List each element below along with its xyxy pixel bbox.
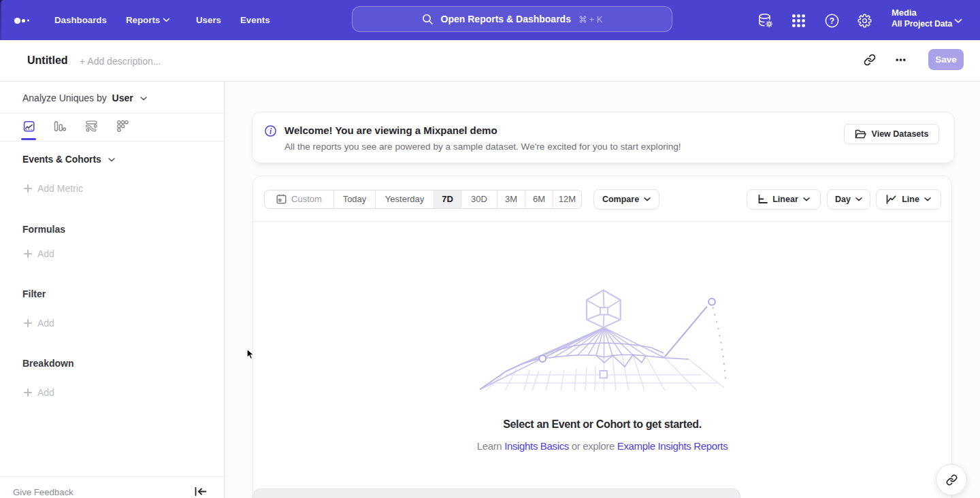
svg-text:i: i <box>270 127 272 135</box>
svg-text:?: ? <box>830 16 834 26</box>
